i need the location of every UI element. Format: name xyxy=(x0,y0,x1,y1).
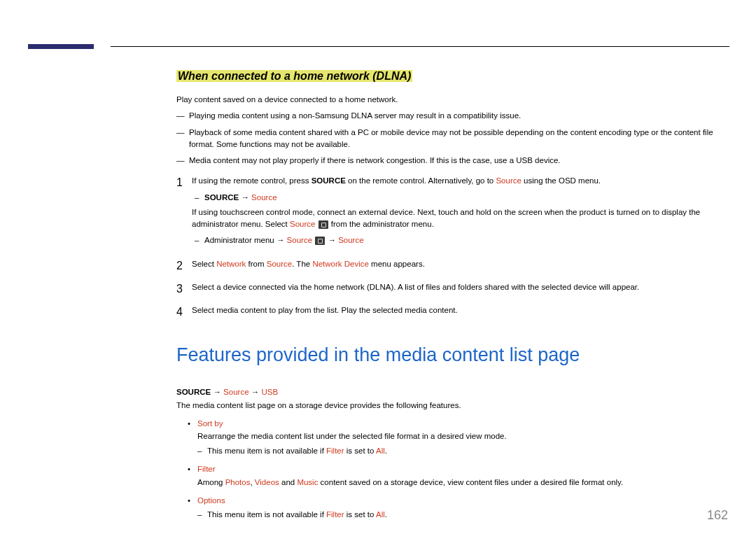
step-sublist: SOURCE → Source xyxy=(192,192,729,204)
step-text: If using the remote control, press SOURC… xyxy=(192,176,601,185)
feature-title: Filter xyxy=(197,465,216,473)
feature-desc: Rearrange the media content list under t… xyxy=(197,432,507,440)
step-text: Select Network from Source. The Network … xyxy=(192,260,425,268)
nav-path: SOURCE → Source → USB xyxy=(176,386,729,398)
feature-note: This menu item is not available if Filte… xyxy=(197,444,729,457)
step-text: If using touchscreen control mode, conne… xyxy=(192,206,729,231)
step-3: 3 Select a device connected via the home… xyxy=(176,281,729,293)
feature-item: Filter Among Photos, Videos and Music co… xyxy=(176,463,729,489)
feature-desc: Among Photos, Videos and Music content s… xyxy=(197,478,623,486)
feature-notes: This menu item is not available if Filte… xyxy=(197,444,729,457)
step-2: 2 Select Network from Source. The Networ… xyxy=(176,258,729,270)
page-number: 162 xyxy=(707,508,728,523)
page-content: When connected to a home network (DLNA) … xyxy=(176,70,729,527)
header-accent-bar xyxy=(28,44,94,49)
feature-item: Options This menu item is not available … xyxy=(176,494,729,521)
feature-title: Sort by xyxy=(197,419,223,428)
step-1: 1 If using the remote control, press SOU… xyxy=(176,175,729,246)
feature-title: Options xyxy=(197,496,225,505)
feature-note: This menu item is not available if Filte… xyxy=(197,508,729,521)
step-number: 3 xyxy=(176,281,183,297)
steps-list: 1 If using the remote control, press SOU… xyxy=(176,175,729,316)
step-number: 2 xyxy=(176,258,183,274)
step-number: 1 xyxy=(176,174,183,191)
step-number: 4 xyxy=(176,304,183,321)
section-heading: When connected to a home network (DLNA) xyxy=(176,70,412,82)
step-subitem: SOURCE → Source xyxy=(192,192,729,204)
source-icon xyxy=(315,237,325,245)
header-rule xyxy=(111,46,729,47)
step-sublist: Administrator menu → Source → Source xyxy=(192,234,729,246)
step-text: Select media content to play from the li… xyxy=(192,306,458,314)
main-heading: Features provided in the media content l… xyxy=(176,344,729,366)
caution-list: Playing media content using a non-Samsun… xyxy=(176,110,729,167)
step-subitem: Administrator menu → Source → Source xyxy=(192,234,729,246)
intro-text: Play content saved on a device connected… xyxy=(176,94,729,106)
features-intro: The media content list page on a storage… xyxy=(176,399,729,412)
caution-item: Playback of some media content shared wi… xyxy=(176,127,729,151)
features-list: Sort by Rearrange the media content list… xyxy=(176,417,729,521)
step-text: Select a device connected via the home n… xyxy=(192,283,639,291)
feature-notes: This menu item is not available if Filte… xyxy=(197,508,729,521)
step-4: 4 Select media content to play from the … xyxy=(176,304,729,316)
source-icon xyxy=(318,220,328,229)
feature-item: Sort by Rearrange the media content list… xyxy=(176,417,729,457)
caution-item: Media content may not play properly if t… xyxy=(176,155,729,167)
caution-item: Playing media content using a non-Samsun… xyxy=(176,110,729,122)
